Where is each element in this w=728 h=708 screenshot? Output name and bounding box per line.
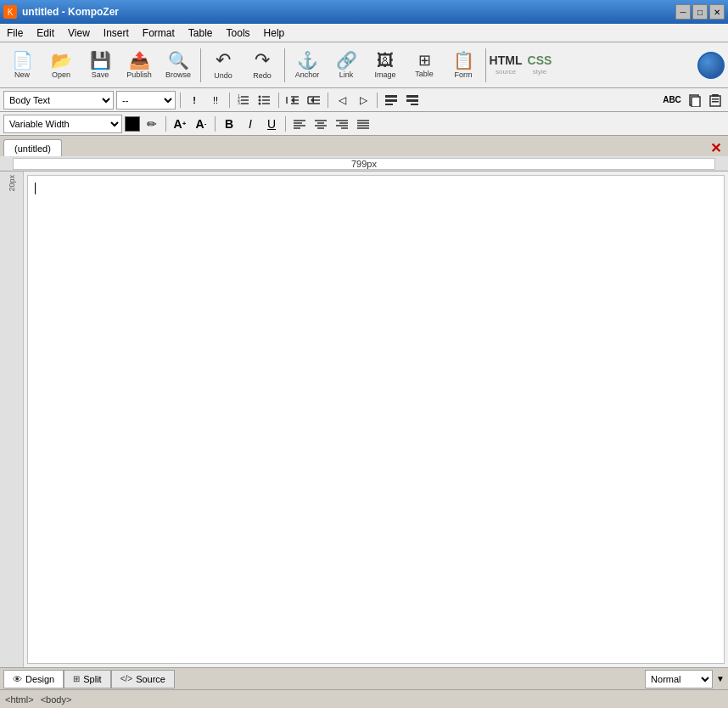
text-align-right-button[interactable] [333,115,351,133]
outdent-button[interactable] [283,91,302,110]
window-controls[interactable]: ─ □ ✕ [675,4,725,20]
text-align-justify-button[interactable] [354,115,372,133]
publish-icon: 📤 [129,52,150,69]
paste-style-button[interactable] [706,91,725,110]
editor-content[interactable] [28,176,724,663]
text-cursor [35,183,36,194]
font-sep-2 [215,116,216,132]
block-right-button[interactable]: ▷ [354,91,372,110]
ul-button[interactable] [255,91,274,110]
image-button[interactable]: 🖼 Image [367,44,404,87]
text-align-left-icon [293,117,306,131]
save-button[interactable]: 💾 Save [81,44,119,87]
svg-text:3.: 3. [238,100,241,105]
svg-rect-25 [406,95,418,98]
link-button[interactable]: 🔗 Link [328,44,365,87]
svg-rect-29 [692,97,700,107]
zoom-arrow: ▼ [716,674,725,683]
ruler-top: 799px [0,156,728,171]
menu-help[interactable]: Help [257,24,292,42]
ol-icon: 1. 2. 3. [237,93,250,107]
menu-format[interactable]: Format [136,24,182,42]
format-sep-5 [377,93,378,108]
redo-button[interactable]: ↷ Redo [244,44,281,87]
undo-icon: ↶ [216,51,231,70]
font-size-select[interactable]: -- [116,91,176,110]
format-sep-3 [278,93,279,108]
maximize-button[interactable]: □ [692,4,708,20]
menu-edit[interactable]: Edit [30,24,61,42]
em-button[interactable]: !! [206,91,225,110]
anchor-button[interactable]: ⚓ Anchor [288,44,326,87]
underline-button[interactable]: U [262,115,281,133]
new-button[interactable]: 📄 New [3,44,41,87]
menu-table[interactable]: Table [182,24,220,42]
align-left-block-button[interactable] [382,91,400,110]
menu-tools[interactable]: Tools [220,24,257,42]
highlight-button[interactable]: ✏ [143,115,161,133]
split-tab[interactable]: ⊞ Split [64,670,110,688]
align-right-block-button[interactable] [403,91,422,110]
spell-check-button[interactable]: ABC [660,91,684,110]
form-button[interactable]: 📋 Form [445,44,482,87]
paragraph-style-select[interactable]: Body Text [3,91,114,110]
align-left-block-icon [384,93,398,107]
bottom-tab-bar: 👁 Design ⊞ Split </> Source Normal 50% 7… [0,667,728,689]
toolbar-sep-2 [284,48,285,82]
strong-button[interactable]: ! [185,91,204,110]
body-breadcrumb[interactable]: <body> [41,694,72,705]
view-mode-tabs: 👁 Design ⊞ Split </> Source [3,670,175,688]
open-button[interactable]: 📂 Open [42,44,80,87]
close-button[interactable]: ✕ [709,4,725,20]
menu-insert[interactable]: Insert [97,24,136,42]
svg-marker-17 [311,97,314,104]
text-align-left-button[interactable] [290,115,309,133]
text-align-center-button[interactable] [311,115,330,133]
html-button[interactable]: HTML source [490,44,522,87]
ol-button[interactable]: 1. 2. 3. [234,91,253,110]
minimize-button[interactable]: ─ [675,4,691,20]
svg-rect-26 [406,99,418,102]
svg-point-11 [259,102,261,104]
copy-style-button[interactable] [686,91,704,110]
block-left-button[interactable]: ◁ [333,91,351,110]
bold-button[interactable]: B [220,115,238,133]
table-icon: ⊞ [418,53,431,68]
table-button[interactable]: ⊞ Table [406,44,443,87]
zoom-select[interactable]: Normal 50% 75% 100% 125% 150% 200% [645,670,713,688]
redo-icon: ↷ [255,51,270,70]
html-breadcrumb[interactable]: <html> [5,694,34,705]
menu-view[interactable]: View [61,24,97,42]
italic-button[interactable]: I [241,115,260,133]
ruler-top-width: 799px [13,158,715,170]
smaller-font-button[interactable]: A- [192,115,210,133]
font-family-select[interactable]: Variable Width [3,115,122,133]
undo-button[interactable]: ↶ Undo [204,44,242,87]
bigger-font-button[interactable]: A+ [171,115,189,133]
format-sep-1 [180,93,181,108]
toolbar-sep-1 [200,48,201,82]
save-icon: 💾 [90,52,111,69]
ruler-left-label: 20px [8,175,16,192]
css-button[interactable]: CSS style [524,44,556,87]
editor-area[interactable] [27,175,725,664]
title-bar-left: K untitled - KompoZer [3,5,119,19]
editor-wrapper: 799px 20px [0,156,728,667]
document-tab[interactable]: (untitled) [3,139,62,156]
ul-icon [258,93,272,107]
source-tab[interactable]: </> Source [111,670,175,688]
zoom-control: Normal 50% 75% 100% 125% 150% 200% ▼ [645,670,725,688]
design-tab[interactable]: 👁 Design [3,670,64,688]
indent-button[interactable] [305,91,323,110]
font-toolbar: Variable Width ✏ A+ A- B I U [0,112,728,136]
document-tab-bar: (untitled) ✕ [0,136,728,156]
anchor-icon: ⚓ [297,52,318,69]
svg-rect-24 [385,104,393,105]
text-color-picker[interactable] [125,116,140,132]
publish-button[interactable]: 📤 Publish [120,44,158,87]
menu-file[interactable]: File [0,24,30,42]
window-title: untitled - KompoZer [22,6,119,18]
close-tab-button[interactable]: ✕ [710,140,725,156]
browse-button[interactable]: 🔍 Browse [160,44,197,87]
menu-bar: File Edit View Insert Format Table Tools… [0,24,728,42]
